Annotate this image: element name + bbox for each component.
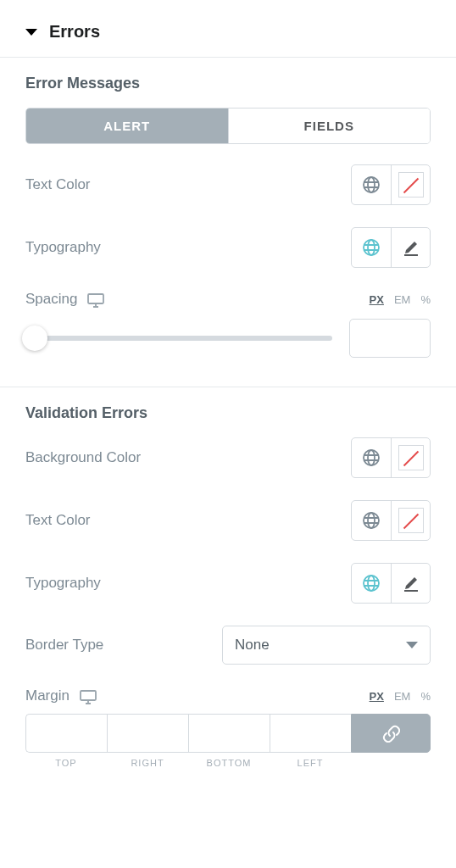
unit-percent[interactable]: % <box>420 293 431 306</box>
unit-px[interactable]: PX <box>370 293 384 306</box>
margin-left-input[interactable] <box>270 714 351 753</box>
unit-em[interactable]: EM <box>394 293 411 306</box>
globe-icon <box>361 573 381 593</box>
globe-icon <box>361 448 381 468</box>
margin-units: PX EM % <box>370 690 431 703</box>
pencil-icon <box>401 237 421 258</box>
margin-right-caption: RIGHT <box>107 753 188 768</box>
collapse-icon <box>25 29 37 36</box>
spacing-value-input[interactable] <box>349 319 431 358</box>
no-color-icon <box>398 508 424 533</box>
label-background-color: Background Color <box>25 449 141 466</box>
spacing-slider-row <box>25 319 431 358</box>
label-typography: Typography <box>25 239 101 256</box>
pencil-icon <box>401 573 421 593</box>
label-border-type: Border Type <box>25 637 103 654</box>
label-margin: Margin <box>25 687 97 705</box>
panel-error-messages: Error Messages ALERT FIELDS Text Color T… <box>0 58 456 387</box>
monitor-icon[interactable] <box>86 290 104 309</box>
control-text-color <box>351 164 431 205</box>
spacing-units: PX EM % <box>370 293 431 306</box>
error-messages-tabs: ALERT FIELDS <box>25 108 431 144</box>
row-spacing-header: Spacing PX EM % <box>25 290 431 309</box>
label-spacing: Spacing <box>25 290 104 309</box>
row-margin-header: Margin PX EM % <box>25 687 431 705</box>
no-color-icon <box>398 172 424 198</box>
monitor-icon[interactable] <box>78 687 97 705</box>
heading-validation-errors: Validation Errors <box>25 404 431 422</box>
global-color-button[interactable] <box>352 165 391 204</box>
label-ve-typography: Typography <box>25 575 101 592</box>
margin-left-caption: LEFT <box>270 753 351 768</box>
margin-bottom-input[interactable] <box>188 714 270 753</box>
margin-link-toggle[interactable] <box>351 714 431 753</box>
color-picker-button[interactable] <box>391 165 430 204</box>
globe-icon <box>361 237 381 258</box>
edit-typography-button[interactable] <box>391 228 430 267</box>
label-spacing-text: Spacing <box>25 291 77 308</box>
row-typography: Typography <box>25 227 431 268</box>
row-text-color: Text Color <box>25 164 431 205</box>
section-header-errors[interactable]: Errors <box>0 0 456 57</box>
global-typography-button[interactable] <box>352 228 391 267</box>
globe-icon <box>361 175 381 195</box>
row-ve-typography: Typography <box>25 563 431 604</box>
label-margin-text: Margin <box>25 687 70 704</box>
unit-px[interactable]: PX <box>370 690 384 703</box>
no-color-icon <box>398 445 424 470</box>
link-icon <box>381 724 400 743</box>
margin-top-caption: TOP <box>25 753 107 768</box>
global-typography-button[interactable] <box>352 564 391 603</box>
control-ve-typography <box>351 563 431 604</box>
spacing-slider-thumb[interactable] <box>22 326 47 351</box>
row-background-color: Background Color <box>25 437 431 478</box>
control-background-color <box>351 437 431 478</box>
tab-alert[interactable]: ALERT <box>26 108 228 143</box>
unit-percent[interactable]: % <box>420 690 431 703</box>
row-border-type: Border Type None <box>25 626 431 665</box>
margin-inputs: TOP RIGHT BOTTOM LEFT <box>25 714 431 768</box>
chevron-down-icon <box>406 642 418 648</box>
margin-right-input[interactable] <box>107 714 188 753</box>
label-ve-text-color: Text Color <box>25 512 91 529</box>
row-ve-text-color: Text Color <box>25 500 431 541</box>
border-type-select[interactable]: None <box>222 626 431 665</box>
heading-error-messages: Error Messages <box>25 75 431 92</box>
margin-top-input[interactable] <box>25 714 107 753</box>
color-picker-button[interactable] <box>391 501 430 540</box>
control-ve-text-color <box>351 500 431 541</box>
label-text-color: Text Color <box>25 176 91 193</box>
globe-icon <box>361 510 381 531</box>
spacing-slider[interactable] <box>25 336 332 341</box>
global-color-button[interactable] <box>352 438 391 477</box>
border-type-value: None <box>235 637 270 654</box>
global-color-button[interactable] <box>352 501 391 540</box>
edit-typography-button[interactable] <box>391 564 430 603</box>
section-title: Errors <box>49 22 100 42</box>
panel-validation-errors: Validation Errors Background Color Text … <box>0 387 456 788</box>
tab-fields[interactable]: FIELDS <box>228 108 431 143</box>
margin-bottom-caption: BOTTOM <box>188 753 270 768</box>
control-typography <box>351 227 431 268</box>
unit-em[interactable]: EM <box>394 690 411 703</box>
color-picker-button[interactable] <box>391 438 430 477</box>
